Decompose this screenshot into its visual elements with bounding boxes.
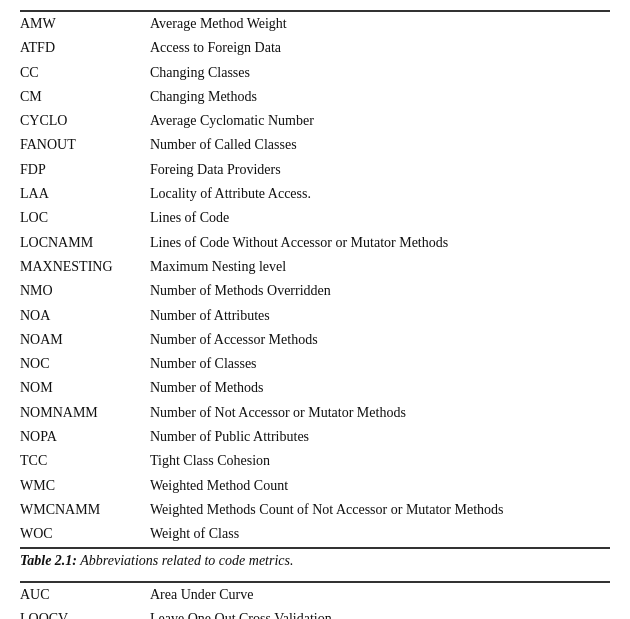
abbr-cell: CM	[20, 85, 150, 109]
desc-cell: Foreing Data Providers	[150, 158, 610, 182]
abbr-cell: NOC	[20, 352, 150, 376]
table1-caption: Table 2.1: Abbreviations related to code…	[20, 553, 610, 569]
desc-cell: Weighted Method Count	[150, 474, 610, 498]
table-row: WMCWeighted Method Count	[20, 474, 610, 498]
desc-cell: Access to Foreign Data	[150, 36, 610, 60]
table-row: NOMNumber of Methods	[20, 376, 610, 400]
desc-cell: Number of Accessor Methods	[150, 328, 610, 352]
desc-cell: Weighted Methods Count of Not Accessor o…	[150, 498, 610, 522]
desc-cell: Number of Public Attributes	[150, 425, 610, 449]
table-row: CMChanging Methods	[20, 85, 610, 109]
table-row: NOANumber of Attributes	[20, 304, 610, 328]
abbr-cell: FDP	[20, 158, 150, 182]
desc-cell: Changing Classes	[150, 61, 610, 85]
abbr-cell: NOA	[20, 304, 150, 328]
desc-cell: Leave One Out Cross Validation	[150, 607, 610, 619]
table1: AMWAverage Method WeightATFDAccess to Fo…	[20, 10, 610, 549]
table-row: ATFDAccess to Foreign Data	[20, 36, 610, 60]
desc-cell: Lines of Code	[150, 206, 610, 230]
desc-cell: Number of Called Classes	[150, 133, 610, 157]
table2: AUCArea Under CurveLOOCVLeave One Out Cr…	[20, 581, 610, 619]
table-row: WOCWeight of Class	[20, 522, 610, 547]
abbr-cell: NOM	[20, 376, 150, 400]
abbr-cell: WOC	[20, 522, 150, 547]
table-row: TCCTight Class Cohesion	[20, 449, 610, 473]
table-row: AMWAverage Method Weight	[20, 11, 610, 36]
desc-cell: Tight Class Cohesion	[150, 449, 610, 473]
desc-cell: Changing Methods	[150, 85, 610, 109]
abbr-cell: NMO	[20, 279, 150, 303]
table-row: NOCNumber of Classes	[20, 352, 610, 376]
abbr-cell: LOC	[20, 206, 150, 230]
table-row: LAALocality of Attribute Access.	[20, 182, 610, 206]
desc-cell: Locality of Attribute Access.	[150, 182, 610, 206]
abbr-cell: AUC	[20, 582, 150, 607]
desc-cell: Area Under Curve	[150, 582, 610, 607]
desc-cell: Number of Methods Overridden	[150, 279, 610, 303]
abbr-cell: AMW	[20, 11, 150, 36]
desc-cell: Number of Not Accessor or Mutator Method…	[150, 401, 610, 425]
desc-cell: Average Cyclomatic Number	[150, 109, 610, 133]
abbr-cell: ATFD	[20, 36, 150, 60]
table-row: CYCLOAverage Cyclomatic Number	[20, 109, 610, 133]
table-row: LOOCVLeave One Out Cross Validation	[20, 607, 610, 619]
table1-caption-label: Table 2.1:	[20, 553, 77, 568]
abbr-cell: LOCNAMM	[20, 231, 150, 255]
abbr-cell: WMC	[20, 474, 150, 498]
table-row: NOAMNumber of Accessor Methods	[20, 328, 610, 352]
desc-cell: Weight of Class	[150, 522, 610, 547]
abbr-cell: LAA	[20, 182, 150, 206]
abbr-cell: NOAM	[20, 328, 150, 352]
table-row: LOCLines of Code	[20, 206, 610, 230]
table-row: NOPANumber of Public Attributes	[20, 425, 610, 449]
desc-cell: Maximum Nesting level	[150, 255, 610, 279]
desc-cell: Average Method Weight	[150, 11, 610, 36]
table-row: WMCNAMMWeighted Methods Count of Not Acc…	[20, 498, 610, 522]
abbr-cell: FANOUT	[20, 133, 150, 157]
table-row: AUCArea Under Curve	[20, 582, 610, 607]
abbr-cell: NOPA	[20, 425, 150, 449]
table1-caption-text: Abbreviations related to code metrics.	[77, 553, 293, 568]
desc-cell: Number of Classes	[150, 352, 610, 376]
desc-cell: Lines of Code Without Accessor or Mutato…	[150, 231, 610, 255]
desc-cell: Number of Methods	[150, 376, 610, 400]
table-row: FDPForeing Data Providers	[20, 158, 610, 182]
table-row: NMONumber of Methods Overridden	[20, 279, 610, 303]
table-row: CCChanging Classes	[20, 61, 610, 85]
abbr-cell: CYCLO	[20, 109, 150, 133]
abbr-cell: CC	[20, 61, 150, 85]
abbr-cell: NOMNAMM	[20, 401, 150, 425]
table-row: FANOUTNumber of Called Classes	[20, 133, 610, 157]
abbr-cell: WMCNAMM	[20, 498, 150, 522]
table-row: NOMNAMMNumber of Not Accessor or Mutator…	[20, 401, 610, 425]
abbr-cell: TCC	[20, 449, 150, 473]
table-row: LOCNAMMLines of Code Without Accessor or…	[20, 231, 610, 255]
desc-cell: Number of Attributes	[150, 304, 610, 328]
table-row: MAXNESTINGMaximum Nesting level	[20, 255, 610, 279]
abbr-cell: LOOCV	[20, 607, 150, 619]
abbr-cell: MAXNESTING	[20, 255, 150, 279]
